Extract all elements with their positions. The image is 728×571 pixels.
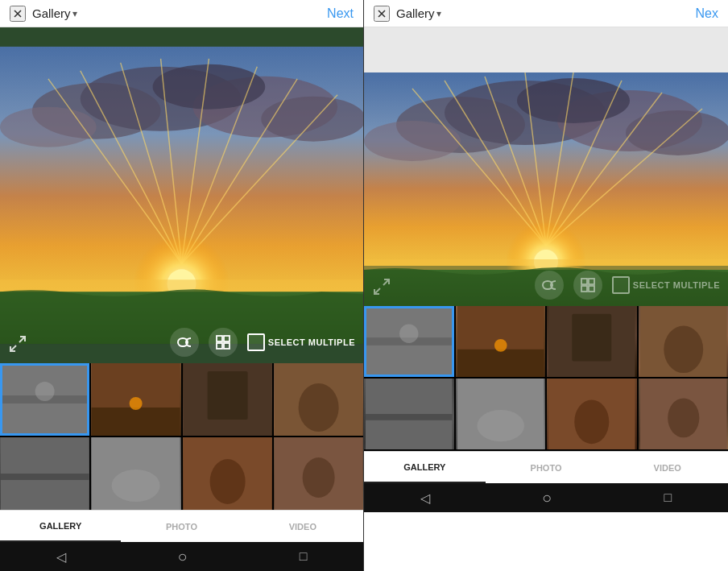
right-select-multiple-button[interactable]: SELECT MULTIPLE <box>612 276 720 294</box>
svg-rect-79 <box>572 314 611 362</box>
svg-rect-26 <box>224 343 230 349</box>
svg-rect-38 <box>1 474 89 480</box>
svg-rect-24 <box>224 336 230 341</box>
right-thumb-4[interactable] <box>639 306 729 377</box>
right-bottom-tabs: GALLERY PHOTO VIDEO <box>364 451 728 483</box>
left-tab-video[interactable]: VIDEO <box>242 512 363 541</box>
left-recent-button[interactable]: □ <box>300 549 308 564</box>
left-thumb-5[interactable] <box>0 437 89 510</box>
left-gallery-title[interactable]: Gallery ▾ <box>32 6 77 20</box>
right-thumb-1[interactable] <box>364 306 454 377</box>
svg-point-77 <box>494 339 507 352</box>
right-top-bar-left: Gallery ▾ <box>374 6 441 22</box>
svg-point-85 <box>477 410 524 441</box>
left-thumb-2[interactable] <box>91 363 180 436</box>
left-close-button[interactable] <box>10 6 26 22</box>
svg-rect-69 <box>589 279 594 284</box>
svg-rect-31 <box>92 408 180 436</box>
left-home-button[interactable]: ○ <box>178 548 188 566</box>
left-thumb-3[interactable] <box>183 363 272 436</box>
svg-rect-28 <box>1 395 89 403</box>
right-thumb-2[interactable] <box>456 306 546 377</box>
right-close-button[interactable] <box>374 6 390 22</box>
svg-point-32 <box>130 397 143 410</box>
right-thumb-6[interactable] <box>456 379 546 449</box>
left-main-image: SELECT MULTIPLE <box>0 27 363 363</box>
left-tab-photo[interactable]: PHOTO <box>121 512 242 541</box>
svg-rect-76 <box>457 350 544 377</box>
svg-point-7 <box>261 97 363 142</box>
left-back-button[interactable]: ◁ <box>56 549 66 565</box>
left-select-icon <box>247 333 265 351</box>
right-image-toolbar: SELECT MULTIPLE <box>364 271 728 300</box>
left-select-multiple-button[interactable]: SELECT MULTIPLE <box>247 333 355 351</box>
right-thumb-5[interactable] <box>364 379 454 449</box>
right-select-icon <box>612 276 630 294</box>
right-dropdown-arrow: ▾ <box>436 8 441 19</box>
svg-point-40 <box>112 470 160 502</box>
left-top-bar-left: Gallery ▾ <box>10 6 77 22</box>
svg-point-51 <box>364 121 461 161</box>
right-thumbnail-grid <box>364 306 728 451</box>
left-select-multiple-label: SELECT MULTIPLE <box>268 337 355 347</box>
left-thumb-7[interactable] <box>183 437 272 510</box>
left-thumb-6[interactable] <box>91 437 180 510</box>
svg-point-42 <box>209 459 245 504</box>
svg-point-87 <box>574 399 609 444</box>
right-top-bar: Gallery ▾ Nex <box>364 0 728 27</box>
right-thumb-3[interactable] <box>547 306 637 377</box>
right-gallery-title[interactable]: Gallery ▾ <box>396 6 441 20</box>
svg-point-52 <box>626 110 728 155</box>
svg-point-81 <box>664 325 703 373</box>
left-thumb-1[interactable] <box>0 363 89 436</box>
right-main-image: SELECT MULTIPLE <box>364 72 728 306</box>
svg-rect-72 <box>366 306 453 377</box>
svg-rect-70 <box>581 286 587 292</box>
left-thumbnail-grid <box>0 363 363 510</box>
right-back-button[interactable]: ◁ <box>420 490 430 506</box>
right-thumb-7[interactable] <box>547 379 637 449</box>
right-nav-bar: ◁ ○ □ <box>364 483 728 512</box>
svg-rect-25 <box>217 343 222 349</box>
right-select-multiple-label: SELECT MULTIPLE <box>633 280 720 290</box>
left-image-toolbar: SELECT MULTIPLE <box>0 328 363 357</box>
right-grid-button[interactable] <box>573 271 602 300</box>
left-nav-bar: ◁ ○ □ <box>0 542 363 571</box>
right-home-button[interactable]: ○ <box>542 489 552 507</box>
svg-point-6 <box>0 107 97 147</box>
svg-rect-68 <box>581 279 587 284</box>
right-loop-button[interactable] <box>535 271 564 300</box>
right-tab-video[interactable]: VIDEO <box>606 453 728 482</box>
right-phone-panel: Gallery ▾ Nex <box>364 0 728 571</box>
left-loop-button[interactable] <box>170 328 199 357</box>
svg-point-44 <box>302 457 334 498</box>
right-extra-bar <box>364 27 728 72</box>
svg-point-8 <box>153 64 266 110</box>
svg-point-36 <box>298 383 338 432</box>
right-tab-photo[interactable]: PHOTO <box>486 453 607 482</box>
svg-point-29 <box>35 382 55 401</box>
svg-rect-73 <box>366 337 453 345</box>
left-next-button[interactable]: Next <box>327 6 354 21</box>
left-sunset-svg <box>0 27 363 363</box>
svg-rect-23 <box>217 336 222 341</box>
left-top-bar: Gallery ▾ Next <box>0 0 363 27</box>
left-tab-gallery[interactable]: GALLERY <box>0 511 121 542</box>
svg-point-74 <box>399 324 418 342</box>
left-phone-panel: Gallery ▾ Next <box>0 0 364 571</box>
left-thumb-8[interactable] <box>274 437 363 510</box>
right-thumb-8[interactable] <box>639 379 729 449</box>
left-bottom-tabs: GALLERY PHOTO VIDEO <box>0 510 363 542</box>
right-recent-button[interactable]: □ <box>664 490 672 505</box>
svg-rect-83 <box>366 414 453 420</box>
svg-rect-27 <box>1 363 89 436</box>
right-tab-gallery[interactable]: GALLERY <box>364 453 486 483</box>
left-grid-button[interactable] <box>209 328 238 357</box>
svg-rect-71 <box>589 286 594 292</box>
left-dropdown-arrow: ▾ <box>72 8 77 19</box>
svg-rect-34 <box>207 371 247 420</box>
left-thumb-4[interactable] <box>274 363 363 436</box>
right-next-button[interactable]: Nex <box>696 6 718 21</box>
svg-point-89 <box>668 398 699 437</box>
